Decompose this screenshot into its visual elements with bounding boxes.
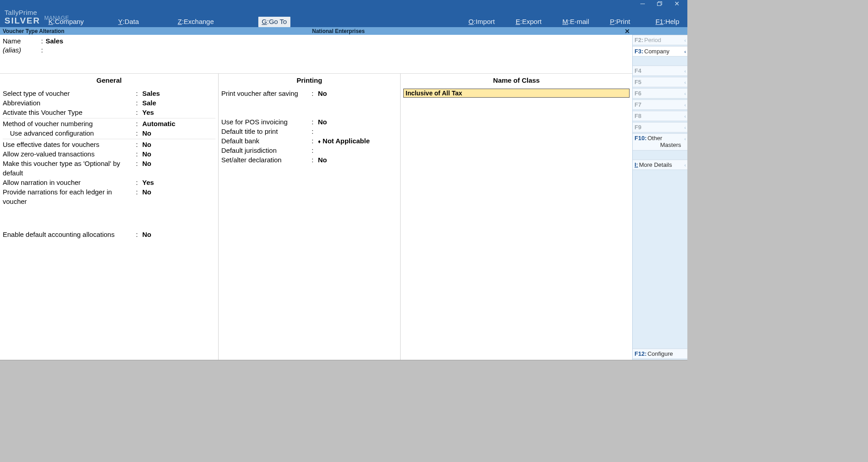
rp-more-details[interactable]: I: More Details ‹: [633, 160, 687, 170]
title-bar: ─ ✕: [0, 0, 687, 7]
rp-f4: F4 ‹: [633, 66, 687, 76]
chevron-left-icon: ‹: [684, 102, 686, 108]
restore-icon: [657, 1, 663, 6]
app-bar: TallyPrime SILVER MANAGE K:Company Y:Dat…: [0, 7, 687, 27]
field-optional[interactable]: Make this voucher type as 'Optional' by …: [3, 159, 215, 178]
field-print-after-save[interactable]: Print voucher after saving : No: [221, 89, 397, 98]
field-effective-dates[interactable]: Use effective dates for vouchers : No: [3, 140, 215, 149]
class-name-input[interactable]: Inclusive of All Tax: [403, 89, 630, 98]
field-default-jurisdiction[interactable]: Default jurisdiction :: [221, 146, 397, 155]
status-bar: [0, 360, 687, 366]
menu-company[interactable]: K:Company: [45, 17, 87, 27]
field-default-allocations[interactable]: Enable default accounting allocations : …: [3, 230, 215, 239]
chevron-left-icon: ‹: [684, 136, 686, 142]
menu-email[interactable]: M:E-mail: [559, 17, 593, 27]
field-abbreviation[interactable]: Abbreviation : Sale: [3, 98, 215, 108]
menu-help[interactable]: F1:Help: [652, 17, 683, 27]
class-column: Name of Class Inclusive of All Tax: [401, 74, 632, 360]
field-narration[interactable]: Allow narration in voucher : Yes: [3, 178, 215, 187]
workspace: Name : Sales (alias) : General Select ty…: [0, 35, 687, 360]
voucher-header: Name : Sales (alias) :: [0, 35, 632, 55]
menu-goto[interactable]: G:Go To: [258, 17, 291, 27]
brand-line1: TallyPrime: [5, 9, 40, 16]
chevron-left-icon: ‹: [684, 125, 686, 130]
printing-heading: Printing: [221, 74, 397, 89]
menu-import[interactable]: O:Import: [465, 17, 498, 27]
general-column: General Select type of voucher : Sales A…: [0, 74, 219, 360]
field-zero-valued[interactable]: Allow zero-valued transactions : No: [3, 149, 215, 159]
close-icon[interactable]: ✕: [623, 28, 631, 35]
name-label: Name: [3, 37, 41, 46]
chevron-left-icon: ‹: [684, 91, 686, 96]
field-voucher-type[interactable]: Select type of voucher : Sales: [3, 89, 215, 98]
brand-line2: SILVER: [5, 16, 40, 25]
maximize-button[interactable]: [651, 0, 668, 7]
chevron-left-icon: ‹: [684, 38, 686, 43]
svg-rect-1: [658, 2, 661, 5]
menu-export[interactable]: E:Export: [512, 17, 546, 27]
screen-title: Voucher Type Alteration: [0, 28, 64, 34]
form-columns: General Select type of voucher : Sales A…: [0, 73, 632, 360]
rp-f7: F7 ‹: [633, 99, 687, 110]
field-set-declaration[interactable]: Set/alter declaration : No: [221, 155, 397, 165]
rp-f2-period: F2: Period ‹: [633, 35, 687, 45]
brand: TallyPrime SILVER: [0, 8, 45, 26]
general-heading: General: [3, 74, 215, 89]
close-button[interactable]: ✕: [668, 0, 686, 7]
chevron-left-icon: ‹: [684, 49, 686, 54]
field-default-bank[interactable]: Default bank : ♦ Not Applicable: [221, 136, 397, 146]
chevron-left-icon: ‹: [684, 113, 686, 119]
field-activate[interactable]: Activate this Voucher Type : Yes: [3, 108, 215, 118]
field-adv-config[interactable]: Use advanced configuration : No: [3, 128, 215, 139]
company-name: National Enterprises: [312, 28, 365, 34]
field-default-title[interactable]: Default title to print :: [221, 127, 397, 136]
field-narration-each[interactable]: Provide narrations for each ledger in vo…: [3, 187, 215, 206]
rp-f3-company[interactable]: F3: Company ‹: [633, 46, 687, 57]
main-area: Name : Sales (alias) : General Select ty…: [0, 35, 632, 360]
printing-column: Printing Print voucher after saving : No…: [219, 74, 401, 360]
main-menu: K:Company Y:Data Z:Exchange G:Go To O:Im…: [45, 7, 687, 27]
rp-f12-configure[interactable]: F12: Configure: [633, 349, 687, 359]
field-numbering[interactable]: Method of voucher numbering : Automatic: [3, 119, 215, 128]
menu-data[interactable]: Y:Data: [115, 17, 143, 27]
field-pos[interactable]: Use for POS invoicing : No: [221, 117, 397, 127]
diamond-icon: ♦: [318, 138, 321, 145]
alias-label: (alias): [3, 46, 41, 55]
menu-print[interactable]: P:Print: [606, 17, 634, 27]
menu-exchange[interactable]: Z:Exchange: [174, 17, 217, 27]
context-bar: Voucher Type Alteration National Enterpr…: [0, 27, 687, 35]
chevron-left-icon: ‹: [684, 162, 686, 168]
rp-f10-other-masters[interactable]: F10: Other Masters ‹: [633, 133, 687, 151]
class-heading: Name of Class: [403, 74, 630, 89]
name-value[interactable]: Sales: [46, 37, 63, 46]
right-panel: F2: Period ‹ F3: Company ‹ F4 ‹ F5 ‹ F6 …: [632, 35, 687, 360]
rp-f5: F5 ‹: [633, 77, 687, 87]
chevron-left-icon: ‹: [684, 80, 686, 85]
chevron-left-icon: ‹: [684, 68, 686, 74]
rp-f8: F8 ‹: [633, 111, 687, 121]
rp-f9: F9 ‹: [633, 122, 687, 132]
rp-f6: F6 ‹: [633, 88, 687, 99]
minimize-button[interactable]: ─: [634, 0, 651, 7]
